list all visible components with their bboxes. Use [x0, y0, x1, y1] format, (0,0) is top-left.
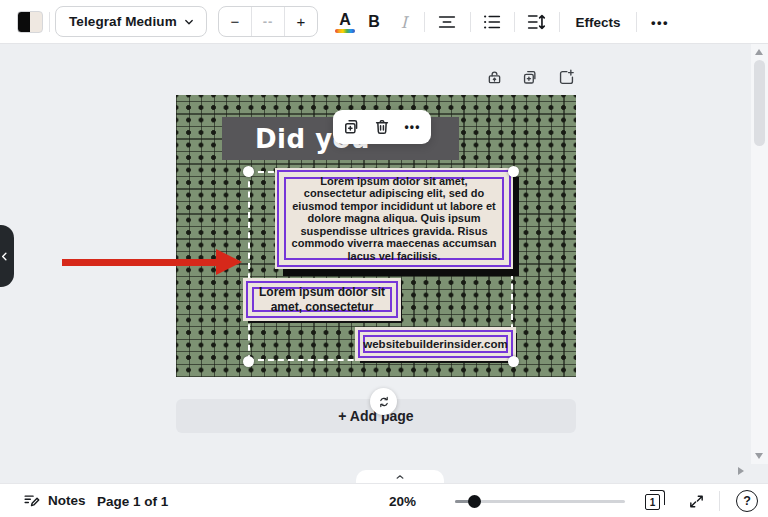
- more-dots-icon: •••: [651, 15, 669, 30]
- page-indicator: Page 1 of 1: [97, 491, 168, 511]
- page-number-badge: 1: [645, 494, 660, 510]
- website-text: websitebuilderinsider.com: [363, 338, 507, 350]
- line-spacing-button[interactable]: [523, 10, 549, 34]
- line-spacing-icon: [525, 11, 547, 33]
- selection-handle-top-right[interactable]: [508, 166, 519, 177]
- scroll-down-arrow-icon[interactable]: [755, 453, 763, 459]
- arrow-shaft: [62, 259, 218, 266]
- lock-icon: [485, 68, 504, 87]
- duplicate-page-button[interactable]: [520, 67, 540, 87]
- lock-button[interactable]: [484, 67, 504, 87]
- caption-text-frame: Lorem ipsum dolor sit amet, consectetur: [252, 287, 392, 312]
- help-label: ?: [743, 494, 751, 508]
- chevron-left-icon: [0, 251, 10, 262]
- sidebar-collapse-tab[interactable]: [0, 225, 14, 287]
- expand-icon: [688, 493, 705, 510]
- font-family-label: Telegraf Medium: [69, 14, 177, 29]
- toolbar-divider: [470, 12, 471, 32]
- notes-label: Notes: [48, 493, 86, 508]
- center-align-icon: [436, 11, 458, 33]
- refresh-icon: [377, 395, 391, 409]
- scroll-right-arrow-icon[interactable]: [738, 467, 744, 475]
- effects-label: Effects: [575, 15, 620, 30]
- grid-view-button[interactable]: 1: [645, 490, 667, 512]
- element-toolbar: •••: [333, 110, 431, 144]
- trash-icon: [372, 117, 392, 137]
- body-text: Lorem ipsum dolor sit amet, consectetur …: [286, 175, 502, 262]
- more-dots-icon: •••: [404, 120, 420, 134]
- fullscreen-button[interactable]: [685, 490, 707, 512]
- text-color-button[interactable]: A: [332, 8, 358, 36]
- bullet-list-icon: [481, 11, 503, 33]
- font-family-dropdown[interactable]: Telegraf Medium: [55, 6, 207, 37]
- selection-handle-bottom-left[interactable]: [243, 356, 254, 367]
- bold-button[interactable]: B: [362, 8, 386, 36]
- toolbar-divider: [636, 12, 637, 32]
- body-text-box[interactable]: Lorem ipsum dolor sit amet, consectetur …: [277, 170, 511, 267]
- text-align-button[interactable]: [434, 10, 460, 34]
- bold-label: B: [368, 13, 380, 31]
- effects-button[interactable]: Effects: [572, 11, 624, 33]
- italic-label: I: [401, 13, 407, 32]
- bottombar-collapse-tab[interactable]: [356, 470, 444, 484]
- caption-text-box[interactable]: Lorem ipsum dolor sit amet, consectetur: [246, 281, 398, 318]
- scroll-up-arrow-icon[interactable]: [755, 49, 763, 55]
- toolbar-divider: [559, 12, 560, 32]
- italic-button[interactable]: I: [392, 8, 416, 36]
- vertical-scrollbar[interactable]: [751, 44, 768, 464]
- toolbar-divider: [514, 12, 515, 32]
- body-text-frame: Lorem ipsum dolor sit amet, consectetur …: [284, 177, 504, 260]
- rainbow-underline: [335, 29, 355, 33]
- toolbar-divider: [49, 12, 50, 32]
- help-button[interactable]: ?: [736, 490, 758, 512]
- text-color-label: A: [339, 11, 351, 28]
- website-text-frame: websitebuilderinsider.com: [363, 335, 508, 353]
- chevron-up-icon: [394, 472, 406, 482]
- selection-handle-top-left[interactable]: [243, 166, 254, 177]
- bottombar-divider: [719, 491, 720, 511]
- element-more-button[interactable]: •••: [401, 115, 425, 139]
- font-size-decrease-button[interactable]: −: [219, 7, 251, 36]
- zoom-level-label[interactable]: 20%: [389, 491, 416, 511]
- sync-badge[interactable]: [370, 388, 397, 415]
- caption-text: Lorem ipsum dolor sit amet, consectetur: [254, 285, 390, 315]
- bullet-list-button[interactable]: [479, 10, 505, 34]
- import-page-button[interactable]: [556, 67, 576, 87]
- duplicate-icon: [342, 117, 362, 137]
- toolbar-more-button[interactable]: •••: [645, 11, 675, 33]
- font-size-increase-button[interactable]: +: [284, 7, 317, 36]
- selection-handle-bottom-right[interactable]: [508, 356, 519, 367]
- arrow-head: [216, 249, 242, 275]
- annotation-arrow: [62, 249, 242, 276]
- chevron-down-icon: [182, 15, 196, 29]
- font-size-stepper: − -- +: [218, 6, 318, 37]
- notes-button[interactable]: Notes: [22, 491, 86, 510]
- vertical-scrollbar-thumb[interactable]: [754, 60, 765, 146]
- duplicate-element-button[interactable]: [340, 115, 364, 139]
- website-text-box[interactable]: websitebuilderinsider.com: [358, 330, 513, 358]
- add-page-icon: [557, 68, 576, 87]
- toolbar-divider: [424, 12, 425, 32]
- color-swatch-button[interactable]: [17, 11, 43, 33]
- page-controls: [484, 67, 576, 89]
- font-size-input[interactable]: --: [251, 7, 284, 36]
- canva-editor: Telegraf Medium − -- + A B I: [0, 0, 768, 517]
- zoom-slider-thumb[interactable]: [468, 495, 481, 508]
- duplicate-page-icon: [521, 68, 540, 87]
- delete-element-button[interactable]: [370, 115, 394, 139]
- top-toolbar: Telegraf Medium − -- + A B I: [0, 0, 768, 44]
- bottom-bar: Notes Page 1 of 1 20% 1 ?: [0, 483, 768, 517]
- zoom-slider[interactable]: [455, 491, 625, 511]
- notes-icon: [22, 491, 41, 510]
